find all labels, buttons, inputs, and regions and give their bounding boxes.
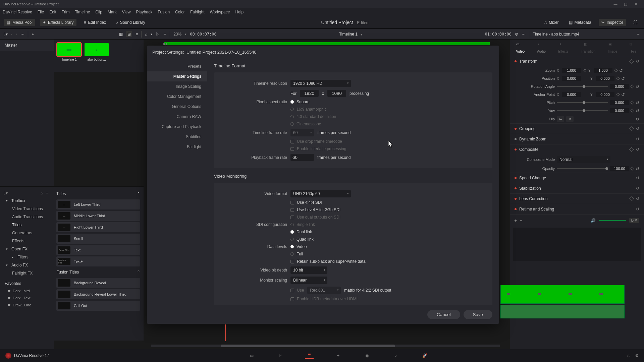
link-icon[interactable]: ⟲ <box>583 68 586 73</box>
grid-view-icon[interactable]: ⊞ <box>126 31 132 37</box>
clip-thumbnail[interactable]: ▭▭ Timeline 1 <box>57 43 81 68</box>
opacity-field[interactable]: 100.00 <box>610 166 629 171</box>
menu-playback[interactable]: Playback <box>136 10 152 14</box>
fx-item[interactable]: Background Reveal Lower Third <box>56 289 140 299</box>
home-icon[interactable]: ⌂ <box>627 353 630 358</box>
reset-icon[interactable]: ↺ <box>636 207 639 212</box>
viewer-timeline-bar[interactable] <box>164 42 490 45</box>
keyframe-icon[interactable] <box>630 167 634 170</box>
menu-trim[interactable]: Trim <box>62 10 70 14</box>
bin-view-icon[interactable]: ▯▾ <box>3 32 8 37</box>
zoom-chev-icon[interactable]: ▾ <box>185 33 186 36</box>
fx-item[interactable]: Basic TitleText <box>56 245 140 255</box>
audio-transitions-item[interactable]: Audio Transitions <box>0 213 53 221</box>
keyframe-icon[interactable] <box>614 68 618 72</box>
keyframe-icon[interactable] <box>630 101 634 104</box>
nav-color-management[interactable]: Color Management <box>147 92 207 102</box>
nav-back-icon[interactable]: ‹ <box>11 32 12 37</box>
anchor-y-field[interactable]: 0.000 <box>596 92 614 97</box>
menu-color[interactable]: Color <box>175 10 185 14</box>
menu-fairlight[interactable]: Fairlight <box>190 10 205 14</box>
sync-icon[interactable]: ⊚ <box>515 32 518 37</box>
filters-item[interactable]: ▸ Filters <box>0 253 53 261</box>
fusion-page-icon[interactable]: ✦ <box>334 352 342 359</box>
clip-thumbnail[interactable]: ♪ abo button... <box>85 43 109 68</box>
gear-icon[interactable]: ⚙ <box>635 353 639 358</box>
edit-page-icon[interactable]: ≣ <box>305 352 314 359</box>
nav-image-scaling[interactable]: Image Scaling <box>147 81 207 92</box>
nav-fwd-icon[interactable]: › <box>16 32 17 37</box>
sdi-quad-radio[interactable]: Quad link <box>290 237 314 242</box>
zoom-x-field[interactable]: 1.000 <box>562 68 581 73</box>
media-page-icon[interactable]: ▭ <box>247 352 256 359</box>
keyframe-icon[interactable] <box>629 147 634 152</box>
toolbox-header[interactable]: ▾Toolbox <box>0 197 53 205</box>
dynamic-zoom-header[interactable]: Dynamic Zoom ↺ <box>510 134 644 144</box>
video-transitions-item[interactable]: Video Transitions <box>0 205 53 213</box>
keyframe-icon[interactable] <box>616 76 620 80</box>
transform-header[interactable]: Transform ↺ <box>510 56 644 66</box>
speaker-icon[interactable]: 🔊 <box>591 218 596 223</box>
master-bin[interactable]: Master <box>0 40 54 51</box>
tab-transition[interactable]: ◧Transition <box>581 42 596 53</box>
tab-audio[interactable]: ♪Audio <box>537 42 546 53</box>
yaw-slider[interactable] <box>557 110 608 111</box>
pos-y-field[interactable]: 0.000 <box>596 76 614 81</box>
keyframe-icon[interactable] <box>630 109 634 112</box>
menu-edit[interactable]: Edit <box>49 10 56 14</box>
menu-help[interactable]: Help <box>235 10 244 14</box>
menu-view[interactable]: View <box>122 10 131 14</box>
fx-item[interactable]: Scroll <box>56 234 140 244</box>
bit-depth-select[interactable]: 10 bit▾ <box>290 266 327 274</box>
deliver-page-icon[interactable]: 🚀 <box>420 352 429 359</box>
reset-icon[interactable]: ↺ <box>619 68 623 73</box>
generators-item[interactable]: Generators <box>0 229 53 237</box>
tab-video[interactable]: ▭Video <box>516 42 525 53</box>
keyframe-icon[interactable] <box>616 93 620 96</box>
menu-app[interactable]: DaVinci Resolve <box>3 10 32 14</box>
retain-subblack-check[interactable]: Retain sub-black and super-white data <box>290 259 366 264</box>
list-view-icon[interactable]: ≡ <box>136 32 138 37</box>
audio-clip[interactable] <box>500 305 625 318</box>
playhead[interactable] <box>225 324 226 341</box>
use-444-check[interactable]: Use 4:4:4 SDI <box>290 200 322 205</box>
data-levels-video-radio[interactable]: Video <box>290 244 307 249</box>
cancel-button[interactable]: Cancel <box>427 310 460 319</box>
par-cinema-radio[interactable]: Cinemascope <box>290 122 321 126</box>
reset-icon[interactable]: ↺ <box>636 126 639 131</box>
reset-icon[interactable]: ↺ <box>621 76 625 81</box>
fusion-titles-group-header[interactable]: Fusion Titles⌃ <box>56 268 140 277</box>
tab-file[interactable]: ⎘File <box>630 42 638 53</box>
nav-presets[interactable]: Presets <box>147 61 207 71</box>
nav-fairlight[interactable]: Fairlight <box>147 142 207 152</box>
playback-fps-input[interactable] <box>290 154 314 161</box>
effects-library-button[interactable]: ✦ Effects Library <box>40 19 76 26</box>
fairlightfx-item[interactable]: Fairlight FX <box>0 269 53 277</box>
fx-item[interactable]: —Right Lower Third <box>56 222 140 232</box>
nav-subtitles[interactable]: Subtitles <box>147 132 207 142</box>
flip-v-button[interactable]: ⇵ <box>566 116 574 122</box>
sound-library-button[interactable]: ♪ Sound Library <box>113 19 148 26</box>
fx-overflow-icon[interactable]: ⋯ <box>46 191 50 195</box>
audiofx-header[interactable]: ▾Audio FX <box>0 261 53 269</box>
nav-master-settings[interactable]: Master Settings <box>147 71 207 81</box>
video-clip[interactable] <box>500 285 625 304</box>
sort-icon[interactable]: ⇅ <box>156 32 159 37</box>
speed-change-header[interactable]: Speed Change ↺ <box>510 173 644 183</box>
close-icon[interactable]: ✕ <box>631 2 641 6</box>
reset-icon[interactable]: ↺ <box>636 108 639 113</box>
menu-fusion[interactable]: Fusion <box>158 10 170 14</box>
rotation-slider[interactable] <box>557 86 608 87</box>
openfx-header[interactable]: ▾Open FX <box>0 245 53 253</box>
cropping-header[interactable]: Cropping ↺ <box>510 124 644 134</box>
rotation-field[interactable]: 0.000 <box>610 84 629 89</box>
menu-mark[interactable]: Mark <box>108 10 117 14</box>
thumbnail-view-icon[interactable]: ▦ <box>119 32 123 37</box>
flip-h-button[interactable]: ⇋ <box>557 116 564 122</box>
expand-button[interactable]: ⛶ <box>631 19 640 26</box>
search-chev-icon[interactable]: ▾ <box>151 33 152 36</box>
tab-effects[interactable]: ✦Effects <box>558 42 568 53</box>
edit-index-button[interactable]: ≡ Edit Index <box>81 19 109 26</box>
pitch-field[interactable]: 0.000 <box>610 100 629 105</box>
dim-button[interactable]: DIM <box>629 218 639 223</box>
